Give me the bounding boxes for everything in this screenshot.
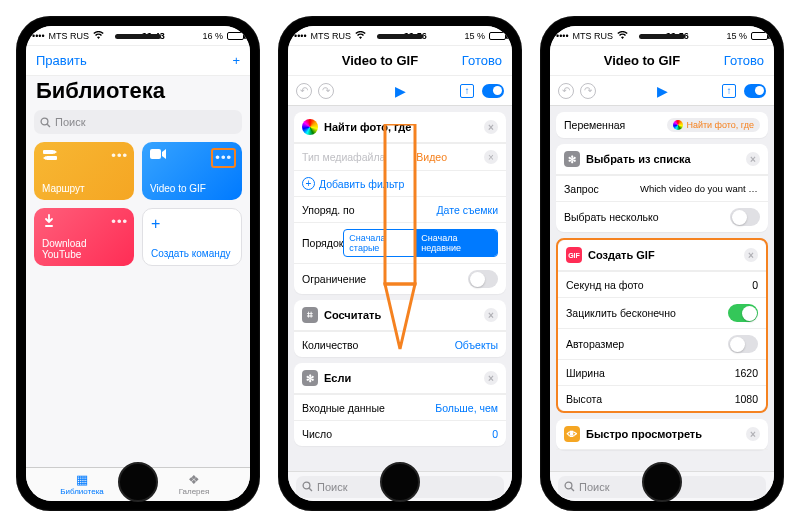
toolbar: ↶↷ ▶ ↑ [550,76,774,106]
grid-icon: ▦ [76,473,88,486]
settings-toggle[interactable] [482,84,504,98]
plus-icon: + [151,215,233,233]
gear-icon: ✻ [302,370,318,386]
svg-marker-5 [43,156,46,160]
carrier-label: MTS RUS [49,31,90,41]
svg-marker-7 [162,149,166,159]
wifi-icon [355,31,366,40]
search-icon [564,481,575,492]
phone-earpiece [115,34,161,39]
carrier-label: MTS RUS [573,31,614,41]
close-icon[interactable]: × [484,371,498,385]
order-segment[interactable]: Сначала старые Сначала недавние [343,229,498,257]
title: Video to GIF [342,53,418,68]
play-button[interactable]: ▶ [657,83,668,99]
search-icon [302,481,313,492]
search-placeholder: Поиск [55,116,85,128]
card-label: Video to GIF [150,183,234,194]
battery-icon [751,32,768,40]
signal-icon: •••• [556,31,569,41]
done-button[interactable]: Готово [462,53,502,68]
share-button[interactable]: ↑ [460,84,474,98]
card-create[interactable]: + Создать команду [142,208,242,266]
more-icon[interactable]: ••• [111,148,128,163]
add-button[interactable]: + [232,54,240,67]
redo-button[interactable]: ↷ [318,83,334,99]
limit-toggle[interactable] [468,270,498,288]
undo-button[interactable]: ↶ [296,83,312,99]
home-button[interactable] [642,462,682,502]
battery-pct: 16 % [202,31,223,41]
more-icon-highlighted[interactable]: ••• [211,148,236,168]
variable-pill[interactable]: Найти фото, где [667,118,760,132]
block-count: ⌗ Сосчитать × Количество Объекты [294,300,506,357]
svg-rect-8 [45,225,53,227]
svg-point-0 [41,118,48,125]
block-if: ✻ Если × Входные данные Больше, чем Числ… [294,363,506,446]
eye-icon: 👁 [564,426,580,442]
nav-bar: Video to GIF Готово [550,46,774,76]
stack-icon: ❖ [188,473,200,486]
svg-rect-4 [46,156,57,160]
card-label: Создать команду [151,248,233,259]
loop-toggle[interactable] [728,304,758,322]
photos-icon [673,120,683,130]
wifi-icon [617,31,628,40]
close-icon[interactable]: × [744,248,758,262]
card-download-yt[interactable]: ••• Download YouTube [34,208,134,266]
done-button[interactable]: Готово [724,53,764,68]
gear-icon: ✻ [564,151,580,167]
block-find-photos: Найти фото, где × Тип медиафайла Видео ×… [294,112,506,294]
battery-pct: 15 % [464,31,485,41]
block-choose-list: ✻ Выбрать из списка × Запрос Which video… [556,144,768,232]
close-icon[interactable]: × [484,120,498,134]
phone-earpiece [639,34,685,39]
card-video-gif[interactable]: ••• Video to GIF [142,142,242,200]
undo-button[interactable]: ↶ [558,83,574,99]
svg-point-13 [565,482,572,489]
title: Video to GIF [604,53,680,68]
block-create-gif: GIF Создать GIF × Секунд на фото 0 Зацик… [558,240,766,411]
battery-pct: 15 % [726,31,747,41]
gif-icon: GIF [566,247,582,263]
phone-earpiece [377,34,423,39]
close-icon[interactable]: × [746,427,760,441]
add-filter-button[interactable]: + Добавить фильтр [302,177,404,190]
multi-toggle[interactable] [730,208,760,226]
calculator-icon: ⌗ [302,307,318,323]
home-button[interactable] [380,462,420,502]
svg-point-11 [303,482,310,489]
redo-button[interactable]: ↷ [580,83,596,99]
search-icon [40,117,51,128]
close-icon[interactable]: × [746,152,760,166]
svg-line-1 [47,124,50,127]
home-button[interactable] [118,462,158,502]
annotation-frame: GIF Создать GIF × Секунд на фото 0 Зацик… [556,238,768,413]
signal-icon: •••• [32,31,45,41]
close-icon[interactable]: × [484,308,498,322]
block-variable-row: Переменная Найти фото, где [556,112,768,138]
toolbar: ↶↷ ▶ ↑ [288,76,512,106]
autosize-toggle[interactable] [728,335,758,353]
search-input[interactable]: Поиск [34,110,242,134]
phone-1: •••• MTS RUS 22:43 16 % Править + Библио… [16,16,260,511]
carrier-label: MTS RUS [311,31,352,41]
nav-bar: Video to GIF Готово [288,46,512,76]
phone-3: •••• MTS RUS 22:56 15 % Video to GIF Гот… [540,16,784,511]
battery-icon [489,32,506,40]
share-button[interactable]: ↑ [722,84,736,98]
block-quicklook: 👁 Быстро просмотреть × [556,419,768,450]
play-button[interactable]: ▶ [395,83,406,99]
clear-icon[interactable]: × [484,150,498,164]
edit-button[interactable]: Править [36,53,87,68]
wifi-icon [93,31,104,40]
card-label: Download YouTube [42,238,126,260]
svg-rect-6 [150,149,161,159]
more-icon[interactable]: ••• [111,214,128,229]
page-title: Библиотека [36,78,240,104]
card-label: Маршрут [42,183,126,194]
card-route[interactable]: ••• Маршрут [34,142,134,200]
settings-toggle[interactable] [744,84,766,98]
signal-icon: •••• [294,31,307,41]
svg-marker-3 [54,150,57,154]
